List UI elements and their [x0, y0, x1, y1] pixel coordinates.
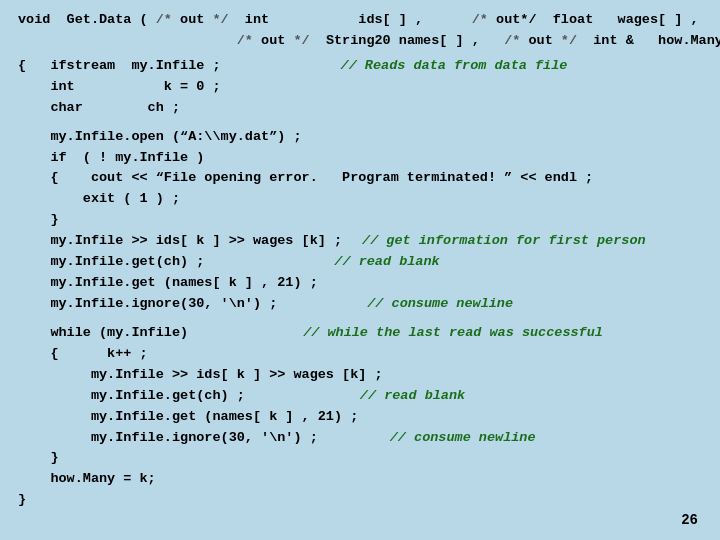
- exit-line: exit ( 1 ) ;: [18, 189, 702, 210]
- if-line: if ( ! my.Infile ): [18, 148, 702, 169]
- comment-first-person: // get information for first person: [362, 231, 646, 252]
- getnames-line: my.Infile.get (names[ k ] , 21) ;: [18, 273, 702, 294]
- while-getch: my.Infile.get(ch) ; // read blank: [18, 386, 702, 407]
- while-brace-close: }: [18, 448, 702, 469]
- while-getnames: my.Infile.get (names[ k ] , 21) ;: [18, 407, 702, 428]
- header-text-1: void Get.Data ( /* out */ int ids[ ] , /…: [18, 10, 699, 31]
- getch-line: my.Infile.get(ch) ; // read blank: [18, 252, 702, 273]
- header-line-2: /* out */ String20 names[ ] , /* out */ …: [18, 31, 702, 52]
- code-block: void Get.Data ( /* out */ int ids[ ] , /…: [0, 0, 720, 521]
- comment-consume-newline: // consume newline: [367, 294, 513, 315]
- inner-brace-open: { cout << “File opening error. Program t…: [18, 168, 702, 189]
- header-line-1: void Get.Data ( /* out */ int ids[ ] , /…: [18, 10, 702, 31]
- while-ignore: my.Infile.ignore(30, '\n') ; // consume …: [18, 428, 702, 449]
- comment-read-blank-2: // read blank: [360, 386, 465, 407]
- while-line: while (my.Infile) // while the last read…: [18, 323, 702, 344]
- while-read-1: my.Infile >> ids[ k ] >> wages [k] ;: [18, 365, 702, 386]
- var-int: int k = 0 ;: [18, 77, 702, 98]
- comment-consume-newline-2: // consume newline: [390, 428, 536, 449]
- var-char: char ch ;: [18, 98, 702, 119]
- howmany-line: how.Many = k;: [18, 469, 702, 490]
- brace-open: { ifstream my.Infile ; // Reads data fro…: [18, 56, 702, 77]
- final-brace: }: [18, 490, 702, 511]
- open-call: my.Infile.open (“A:\\my.dat”) ;: [18, 127, 702, 148]
- inner-brace-close: }: [18, 210, 702, 231]
- header-text-2: /* out */ String20 names[ ] , /* out */ …: [18, 31, 720, 52]
- ignore-line: my.Infile.ignore(30, '\n') ; // consume …: [18, 294, 702, 315]
- read-line-1: my.Infile >> ids[ k ] >> wages [k] ; // …: [18, 231, 702, 252]
- comment-while: // while the last read was successful: [303, 323, 603, 344]
- comment-read-blank: // read blank: [334, 252, 439, 273]
- comment-reads: // Reads data from data file: [341, 56, 568, 77]
- page-number: 26: [681, 512, 698, 528]
- while-brace-open: { k++ ;: [18, 344, 702, 365]
